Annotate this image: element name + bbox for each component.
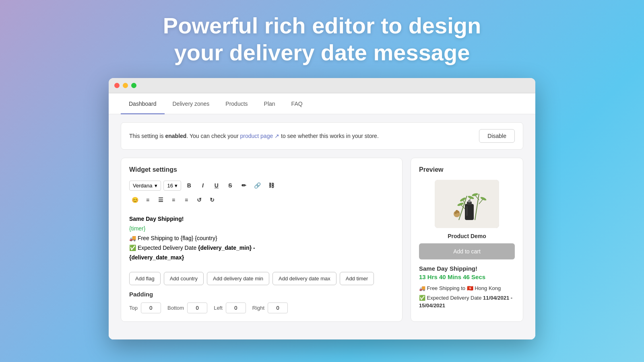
widget-settings-title: Widget settings [129,166,394,173]
add-timer-button[interactable]: Add timer [340,272,374,285]
tab-plan[interactable]: Plan [256,93,283,114]
maximize-button-icon[interactable] [131,83,136,88]
tab-dashboard[interactable]: Dashboard [121,93,165,114]
tab-faq[interactable]: FAQ [283,93,311,114]
padding-right-label: Right [252,305,264,311]
page-body: This setting is enabled. You can check y… [109,114,535,339]
tab-delivery-zones[interactable]: Delivery zones [165,93,218,114]
toolbar-row-2: 😊 ≡ ☰ ≡ ≡ ↺ ↻ [129,194,394,206]
browser-window: Dashboard Delivery zones Products Plan F… [109,78,535,339]
padding-row: Top Bottom Left [129,302,394,313]
editor-line-5: {delivery_date_max} [129,253,394,263]
padding-title: Padding [129,291,394,298]
padding-top-field: Top [129,302,161,313]
product-illustration [435,180,499,228]
nav-tabs: Dashboard Delivery zones Products Plan F… [109,93,535,114]
add-delivery-date-min-button[interactable]: Add delivery date min [207,272,269,285]
svg-point-20 [456,210,458,212]
font-family-selector[interactable]: Verdana ▾ [129,181,161,191]
toolbar-row-1: Verdana ▾ 16 ▾ B I U S ✏ 🔗 ⛓ [129,180,394,191]
padding-section: Padding Top Bottom Left [129,291,394,313]
redo-button[interactable]: ↻ [206,194,218,206]
link-button[interactable]: 🔗 [252,180,263,191]
disable-button[interactable]: Disable [479,129,515,143]
hero-title: Powerful rich editor to design your deli… [163,12,481,66]
align-right-button[interactable]: ≡ [168,194,179,206]
action-buttons: Add flag Add country Add delivery date m… [129,272,394,285]
padding-bottom-label: Bottom [167,305,184,311]
info-banner-text: This setting is enabled. You can check y… [129,133,379,139]
editor-line-2: {timer} [129,224,394,234]
emoji-button[interactable]: 😊 [129,194,140,206]
preview-shipping-title: Same Day Shipping! [419,265,515,272]
close-button-icon[interactable] [114,83,120,88]
padding-left-label: Left [214,305,223,311]
status-badge: enabled [165,133,186,139]
font-size-chevron-icon: ▾ [175,183,178,189]
product-page-link[interactable]: product page ↗ [240,133,279,139]
padding-bottom-field: Bottom [167,302,207,313]
tab-products[interactable]: Products [217,93,256,114]
editor-line-4: ✅ Expected Delivery Date {delivery_date_… [129,243,394,253]
preview-timer: 13 Hrs 40 Mins 46 Secs [419,274,515,280]
editor-line-1: Same Day Shipping! [129,214,394,224]
main-grid: Widget settings Verdana ▾ 16 ▾ B I [121,158,523,322]
unlink-button[interactable]: ⛓ [266,180,277,191]
product-image [435,180,499,228]
svg-rect-16 [466,206,468,216]
padding-top-input[interactable] [141,302,161,313]
bold-button[interactable]: B [184,180,195,191]
add-flag-button[interactable]: Add flag [129,272,161,285]
add-to-cart-button[interactable]: Add to cart [419,243,515,259]
add-delivery-date-max-button[interactable]: Add delivery date max [272,272,336,285]
align-center-button[interactable]: ☰ [155,194,166,206]
padding-bottom-input[interactable] [187,302,207,313]
svg-rect-15 [468,200,471,202]
product-name: Product Demo [419,233,515,239]
font-size-selector[interactable]: 16 ▾ [163,181,181,191]
minimize-button-icon[interactable] [123,83,128,88]
preview-title: Preview [419,166,515,173]
add-country-button[interactable]: Add country [164,272,204,285]
product-image-container [419,180,515,228]
browser-titlebar [109,78,535,93]
padding-right-field: Right [252,302,288,313]
padding-right-input[interactable] [268,302,288,313]
align-left-button[interactable]: ≡ [142,194,153,206]
preview-panel: Preview [411,158,523,322]
strikethrough-button[interactable]: S [225,180,236,191]
underline-button[interactable]: U [211,180,222,191]
browser-content: Dashboard Delivery zones Products Plan F… [109,93,535,339]
preview-delivery-line: ✅ Expected Delivery Date 11/04/2021 - 15… [419,294,515,310]
padding-top-label: Top [129,305,138,311]
undo-button[interactable]: ↺ [194,194,205,206]
justify-button[interactable]: ≡ [181,194,192,206]
preview-shipping-line: 🚚 Free Shipping to 🇭🇰 Hong Kong [419,284,515,292]
chevron-down-icon: ▾ [155,183,157,189]
italic-button[interactable]: I [197,180,208,191]
editor-area[interactable]: Same Day Shipping! {timer} 🚚 Free Shippi… [129,211,394,265]
padding-left-field: Left [214,302,246,313]
padding-left-input[interactable] [226,302,246,313]
widget-settings-panel: Widget settings Verdana ▾ 16 ▾ B I [121,158,402,322]
info-banner: This setting is enabled. You can check y… [121,122,523,150]
highlight-button[interactable]: ✏ [238,180,250,191]
editor-line-3: 🚚 Free Shipping to {flag} {country} [129,234,394,243]
